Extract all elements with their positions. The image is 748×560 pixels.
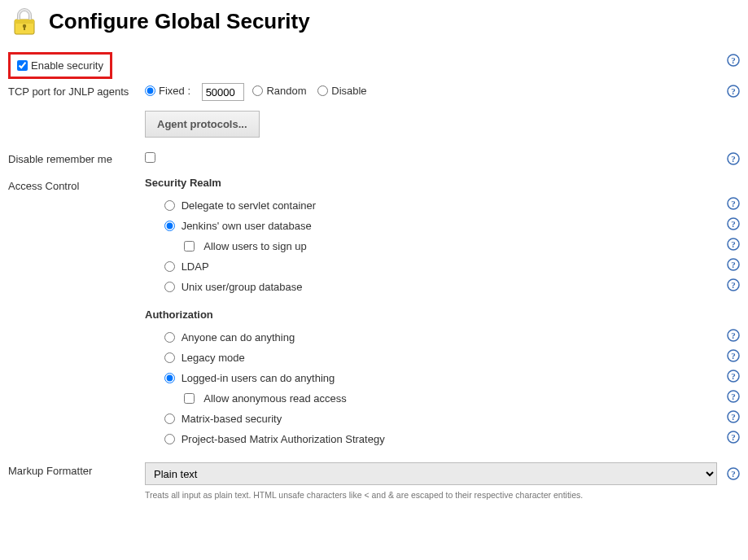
enable-security-checkbox[interactable]: [17, 60, 28, 71]
markup-formatter-label: Markup Formatter: [8, 462, 145, 477]
svg-rect-5: [24, 26, 25, 30]
jnlp-port-label: TCP port for JNLP agents: [8, 83, 145, 98]
help-icon[interactable]: [727, 85, 740, 98]
realm-unix-radio[interactable]: [164, 282, 175, 292]
authz-anyone-radio[interactable]: [164, 332, 175, 343]
realm-ldap-radio[interactable]: [164, 261, 175, 272]
help-icon[interactable]: [727, 349, 740, 362]
help-icon[interactable]: [727, 258, 740, 271]
authz-matrix-label: Matrix-based security: [182, 413, 282, 425]
realm-jenkinsdb-radio[interactable]: [164, 221, 175, 231]
authz-loggedin-label: Logged-in users can do anything: [182, 372, 335, 384]
help-icon[interactable]: [727, 238, 740, 251]
page-title: Configure Global Security: [49, 9, 310, 34]
jnlp-fixed-radio[interactable]: [145, 85, 155, 96]
enable-security-highlighted-box: Enable security: [8, 52, 112, 79]
realm-unix-label: Unix user/group database: [182, 281, 303, 293]
realm-jenkinsdb-label: Jenkins' own user database: [182, 220, 312, 232]
allow-anon-read-checkbox[interactable]: [184, 393, 195, 404]
help-icon[interactable]: [727, 152, 740, 165]
allow-anon-read-label: Allow anonymous read access: [203, 392, 347, 405]
help-icon[interactable]: [727, 410, 740, 423]
jnlp-port-input[interactable]: [202, 83, 244, 101]
authz-legacy-radio[interactable]: [164, 352, 175, 363]
authz-anyone-label: Anyone can do anything: [182, 331, 295, 343]
authz-project-matrix-radio[interactable]: [164, 434, 175, 444]
jnlp-random-radio[interactable]: [252, 85, 263, 96]
agent-protocols-button[interactable]: Agent protocols...: [145, 111, 260, 138]
svg-rect-3: [15, 20, 34, 24]
access-control-label: Access Control: [8, 172, 145, 192]
help-icon[interactable]: [727, 467, 740, 480]
help-icon[interactable]: [727, 431, 740, 444]
markup-formatter-hint: Treats all input as plain text. HTML uns…: [145, 490, 717, 500]
help-icon[interactable]: [727, 197, 740, 210]
help-icon[interactable]: [727, 54, 740, 67]
security-realm-heading: Security Realm: [145, 177, 740, 189]
authz-loggedin-radio[interactable]: [164, 373, 175, 383]
authz-legacy-label: Legacy mode: [182, 352, 245, 364]
allow-signup-label: Allow users to sign up: [203, 240, 306, 252]
disable-remember-me-label: Disable remember me: [8, 151, 145, 165]
markup-formatter-select[interactable]: Plain text: [145, 462, 717, 485]
page-header: Configure Global Security: [8, 5, 740, 37]
allow-signup-checkbox[interactable]: [184, 241, 195, 252]
lock-icon: [8, 5, 41, 37]
jnlp-random-option[interactable]: Random: [252, 85, 306, 97]
help-icon[interactable]: [727, 390, 740, 403]
realm-ldap-label: LDAP: [182, 260, 209, 273]
jnlp-disable-radio[interactable]: [317, 85, 328, 96]
enable-security-label: Enable security: [31, 59, 103, 72]
realm-delegate-label: Delegate to servlet container: [182, 199, 316, 212]
authz-matrix-radio[interactable]: [164, 413, 175, 424]
jnlp-disable-option[interactable]: Disable: [317, 85, 366, 97]
help-icon[interactable]: [727, 370, 740, 383]
jnlp-fixed-option[interactable]: Fixed :: [145, 85, 190, 97]
authz-project-matrix-label: Project-based Matrix Authorization Strat…: [182, 433, 385, 445]
authorization-heading: Authorization: [145, 308, 740, 321]
realm-delegate-radio[interactable]: [164, 200, 175, 211]
help-icon[interactable]: [727, 278, 740, 291]
help-icon[interactable]: [727, 217, 740, 230]
help-icon[interactable]: [727, 329, 740, 342]
disable-remember-me-checkbox[interactable]: [145, 152, 155, 163]
